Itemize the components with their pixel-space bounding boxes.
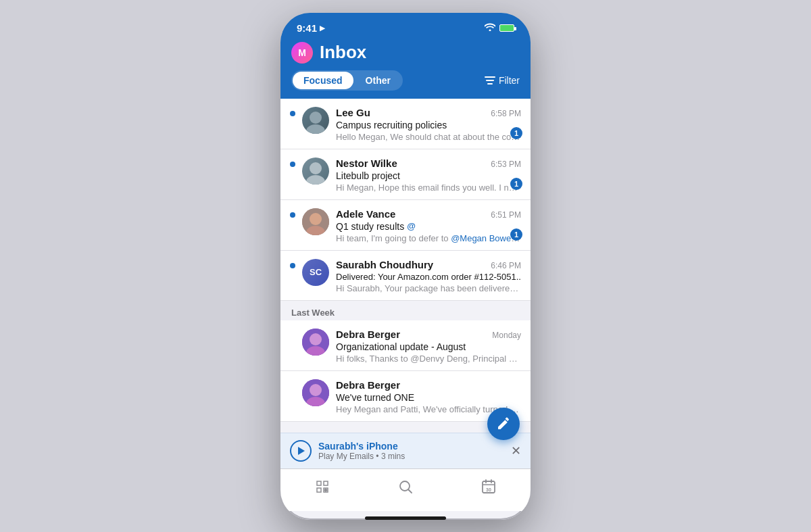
email-time: Monday	[492, 331, 521, 340]
audio-playback-bar[interactable]: Saurabh's iPhone Play My Emails • 3 mins…	[280, 433, 531, 468]
email-subject: Delivered: Your Amazon.com order #112-50…	[336, 272, 521, 282]
bottom-nav: 30	[280, 468, 531, 511]
svg-rect-2	[487, 83, 493, 84]
time-display: 9:41	[297, 22, 317, 34]
unread-indicator	[290, 111, 295, 116]
section-header-last-week: Last Week	[280, 301, 531, 320]
svg-point-6	[306, 175, 325, 185]
unread-badge: 1	[510, 228, 522, 241]
avatar-debra-2	[302, 379, 329, 406]
avatar-adele-vance	[302, 208, 329, 235]
svg-point-3	[310, 112, 322, 124]
email-sender: Nestor Wilke	[336, 158, 397, 169]
email-content-debra-1: Debra Berger Monday Organizational updat…	[336, 329, 521, 364]
tab-focused[interactable]: Focused	[293, 72, 353, 89]
compose-fab[interactable]	[487, 408, 520, 440]
email-subject: We've turned ONE	[336, 392, 521, 403]
email-content-debra-2: Debra Berger We've turned ONE Hey Megan …	[336, 379, 521, 414]
avatar-lee-gu	[302, 107, 329, 134]
audio-play-button[interactable]	[290, 440, 312, 462]
unread-indicator	[290, 162, 295, 167]
email-item-adele-vance[interactable]: Adele Vance 6:51 PM Q1 study results @ H…	[280, 200, 531, 251]
email-subject: Q1 study results @	[336, 221, 521, 232]
nav-apps[interactable]	[301, 476, 344, 498]
svg-point-8	[310, 213, 322, 225]
inbox-title: Inbox	[320, 42, 366, 63]
unread-indicator	[290, 263, 295, 268]
email-preview: Hi Megan, Hope this email finds you well…	[336, 183, 521, 193]
email-time: 6:53 PM	[491, 160, 521, 169]
unread-badge: 1	[510, 127, 522, 139]
email-time: 6:58 PM	[491, 109, 521, 118]
svg-point-4	[306, 124, 325, 134]
phone-frame: 9:41 ▶ M Inbox	[280, 13, 531, 520]
location-icon: ▶	[320, 24, 325, 32]
battery-icon	[499, 24, 514, 32]
wifi-icon	[485, 23, 495, 33]
email-subject: Litebulb project	[336, 170, 521, 181]
email-content-nestor: Nestor Wilke 6:53 PM Litebulb project Hi…	[336, 158, 521, 193]
svg-text:30: 30	[486, 487, 491, 492]
email-preview: Hi Saurabh, Your package has been delive…	[336, 283, 521, 293]
email-content-saurabh: Saurabh Choudhury 6:46 PM Delivered: You…	[336, 259, 521, 293]
email-item-lee-gu[interactable]: Lee Gu 6:58 PM Campus recruiting policie…	[280, 99, 531, 149]
email-subject: Organizational update - August	[336, 341, 521, 352]
nav-calendar[interactable]: 30	[467, 476, 510, 498]
email-time: 6:46 PM	[491, 261, 521, 270]
email-preview: Hello Megan, We should chat at about the…	[336, 132, 521, 142]
email-list: Lee Gu 6:58 PM Campus recruiting policie…	[280, 99, 531, 433]
filter-button[interactable]: Filter	[485, 75, 520, 86]
email-preview: Hi folks, Thanks to @Denvy Deng, Princip…	[336, 354, 521, 364]
email-sender: Lee Gu	[336, 107, 370, 118]
user-avatar[interactable]: M	[291, 42, 313, 64]
email-content-adele: Adele Vance 6:51 PM Q1 study results @ H…	[336, 208, 521, 243]
svg-marker-16	[298, 447, 305, 455]
email-item-debra-1[interactable]: Debra Berger Monday Organizational updat…	[280, 320, 531, 371]
filter-label: Filter	[499, 75, 520, 86]
audio-subtitle: Play My Emails • 3 mins	[318, 452, 504, 461]
unread-indicator	[290, 212, 295, 218]
tab-other[interactable]: Other	[355, 72, 401, 89]
nav-search[interactable]	[384, 476, 427, 498]
status-time: 9:41 ▶	[297, 22, 325, 34]
audio-info: Saurabh's iPhone Play My Emails • 3 mins	[318, 441, 504, 461]
avatar-debra-1	[302, 329, 329, 356]
status-icons	[485, 23, 514, 33]
avatar-nestor-wilke	[302, 158, 329, 185]
avatar-saurabh: SC	[302, 259, 329, 286]
svg-point-5	[310, 162, 322, 174]
email-item-saurabh[interactable]: SC Saurabh Choudhury 6:46 PM Delivered: …	[280, 251, 531, 301]
email-preview: Hi team, I'm going to defer to @Megan Bo…	[336, 233, 521, 243]
tab-group: Focused Other	[291, 70, 403, 91]
audio-close-button[interactable]: ✕	[511, 443, 521, 458]
svg-rect-1	[486, 80, 494, 81]
email-subject: Campus recruiting policies	[336, 120, 521, 130]
mention-text: @Megan Bowen	[451, 233, 520, 243]
app-header: M Inbox Focused Other Filter	[280, 38, 531, 99]
svg-rect-0	[485, 76, 495, 78]
email-sender: Debra Berger	[336, 379, 400, 391]
mention-icon: @	[407, 221, 416, 231]
svg-point-11	[310, 333, 322, 345]
email-item-nestor-wilke[interactable]: Nestor Wilke 6:53 PM Litebulb project Hi…	[280, 149, 531, 200]
email-time: 6:51 PM	[491, 210, 521, 220]
email-content-lee-gu: Lee Gu 6:58 PM Campus recruiting policie…	[336, 107, 521, 142]
audio-title: Saurabh's iPhone	[318, 441, 504, 452]
svg-point-14	[310, 384, 322, 396]
email-sender: Saurabh Choudhury	[336, 259, 433, 270]
status-bar: 9:41 ▶	[280, 13, 531, 38]
email-sender: Adele Vance	[336, 208, 395, 220]
home-indicator	[365, 516, 446, 520]
email-sender: Debra Berger	[336, 329, 400, 340]
svg-line-18	[408, 489, 412, 493]
unread-badge: 1	[510, 178, 522, 190]
